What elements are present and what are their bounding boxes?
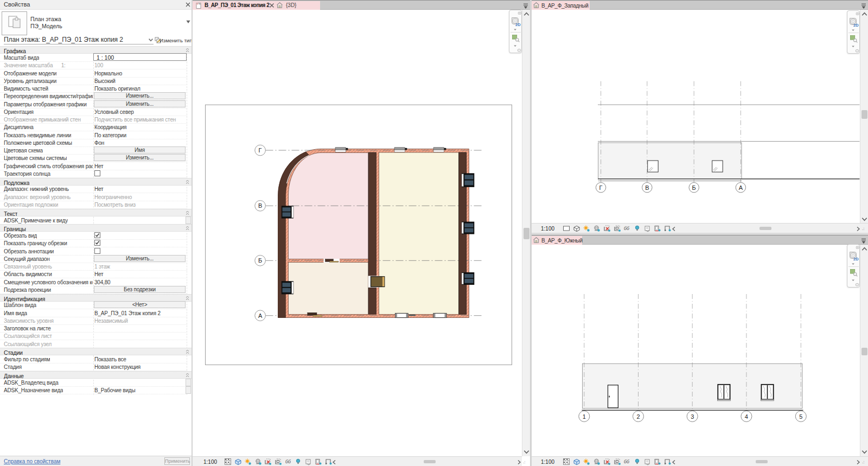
svg-text:66: 66 <box>624 225 629 231</box>
svg-text:2: 2 <box>636 413 640 420</box>
svg-text:2D: 2D <box>853 23 859 28</box>
svg-text:В: В <box>645 184 649 191</box>
svg-text:3: 3 <box>691 413 694 420</box>
svg-text:Б: Б <box>692 184 696 191</box>
svg-text:2D: 2D <box>515 22 521 27</box>
svg-text:Б: Б <box>258 257 262 264</box>
svg-text:5: 5 <box>799 413 802 420</box>
svg-text:1: 1 <box>583 413 586 420</box>
svg-text:4: 4 <box>745 413 748 420</box>
svg-text:2D: 2D <box>853 257 859 261</box>
svg-text:Г: Г <box>259 147 262 154</box>
svg-text:Г: Г <box>599 184 603 191</box>
svg-text:66: 66 <box>285 458 291 464</box>
svg-text:А: А <box>258 312 263 319</box>
svg-text:66: 66 <box>624 458 629 464</box>
svg-text:В: В <box>258 202 262 209</box>
svg-text:А: А <box>739 184 743 191</box>
